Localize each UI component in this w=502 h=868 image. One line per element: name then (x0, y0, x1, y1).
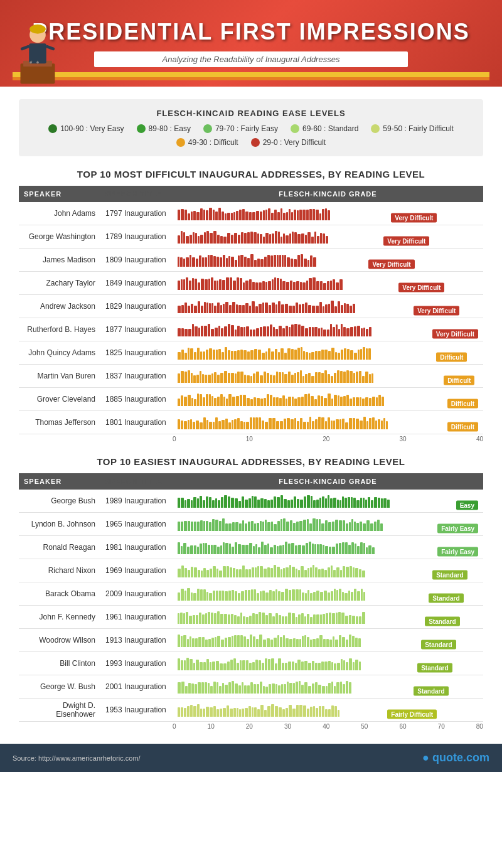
book-spine (215, 328, 218, 336)
book-spine (249, 616, 252, 624)
table-row: John F. Kennedy1961 InaugurationStandard (19, 606, 483, 629)
book-spine (245, 500, 248, 508)
book-spine (210, 233, 213, 244)
book-spine (337, 500, 339, 508)
book-spine (353, 397, 355, 406)
book-spine (194, 567, 197, 577)
book-spine (286, 638, 289, 647)
book-spine (227, 233, 230, 244)
book-spine (258, 350, 261, 360)
book-spine (287, 682, 289, 694)
book-spine (320, 614, 322, 624)
book-spine (184, 210, 187, 220)
legend-label: 100-90 : Very Easy (60, 124, 124, 133)
book-spine (180, 613, 183, 624)
book-spine (328, 351, 331, 360)
book-spine (193, 422, 195, 429)
difficulty-badge: Standard (425, 616, 459, 626)
book-spine (246, 422, 249, 429)
book-spine (297, 397, 301, 406)
book-spine (344, 498, 347, 508)
legend-item: 49-30 : Difficult (176, 138, 238, 147)
book-spine (181, 660, 183, 670)
book-spine (223, 542, 225, 554)
book-spine (275, 304, 277, 313)
book-spine (214, 281, 216, 290)
book-spine (288, 544, 291, 554)
book-spine (194, 352, 196, 360)
grade-cell: Standard (173, 652, 483, 675)
book-spine (245, 212, 248, 220)
book-spine (301, 254, 303, 267)
book-spine (209, 348, 212, 360)
book-spine (328, 567, 330, 577)
books-bar (178, 587, 425, 601)
book-spine (321, 417, 324, 429)
book-spine (284, 353, 287, 360)
book-spine (342, 542, 344, 554)
book-spine (286, 399, 287, 406)
book-spine (289, 683, 292, 694)
book-spine (237, 326, 240, 336)
grade-col-header: FLESCH-KINCAID GRADE (173, 186, 483, 202)
book-spine (284, 255, 286, 267)
book-spine (181, 371, 184, 383)
svg-rect-0 (21, 63, 55, 83)
book-spine (316, 708, 318, 717)
book-spine (325, 304, 328, 313)
book-spine (312, 565, 314, 577)
book-spine (357, 546, 360, 554)
book-spine (201, 306, 203, 313)
books-bar (178, 369, 441, 383)
book-spine (338, 353, 340, 360)
book-spine (343, 660, 345, 670)
book-spine (274, 496, 276, 508)
book-spine (301, 326, 304, 336)
book-spine (204, 326, 207, 336)
book-spine (293, 638, 296, 647)
book-spine (214, 613, 216, 624)
book-spine (361, 328, 363, 336)
book-spine (291, 349, 294, 360)
book-spine (293, 683, 295, 694)
book-spine (360, 498, 362, 508)
book-spine (203, 500, 205, 508)
book-spine (183, 613, 185, 624)
book-spine (306, 352, 308, 360)
book-spine (178, 658, 180, 670)
book-spine (304, 661, 307, 670)
book-spine (216, 257, 219, 267)
book-spine (237, 708, 238, 717)
book-spine (178, 257, 179, 267)
book-spine (323, 306, 324, 313)
book-spine (187, 588, 190, 601)
book-spine (339, 279, 343, 290)
book-spine (218, 208, 221, 220)
speaker-figure (6, 18, 75, 87)
book-spine (304, 616, 306, 624)
book-spine (252, 662, 255, 670)
book-spine (250, 254, 254, 267)
bar-container: Standard (178, 678, 478, 695)
book-spine (225, 523, 228, 531)
book-spine (328, 592, 330, 601)
grade-cell: Very Difficult (173, 249, 483, 272)
book-spine (220, 614, 223, 624)
book-spine (189, 616, 192, 624)
book-spine (252, 301, 255, 313)
book-spine (271, 658, 274, 670)
speech-cell: 1829 Inauguration (100, 295, 173, 318)
book-spine (232, 420, 233, 429)
book-spine (284, 374, 287, 383)
book-spine (334, 306, 337, 313)
book-spine (234, 233, 237, 244)
book-spine (231, 325, 234, 336)
book-spine (246, 617, 248, 624)
book-spine (230, 660, 233, 670)
book-spine (280, 208, 282, 220)
book-spine (255, 567, 257, 577)
book-spine (280, 569, 282, 577)
book-spine (278, 232, 280, 244)
book-spine (279, 326, 282, 336)
book-spine (254, 397, 256, 406)
